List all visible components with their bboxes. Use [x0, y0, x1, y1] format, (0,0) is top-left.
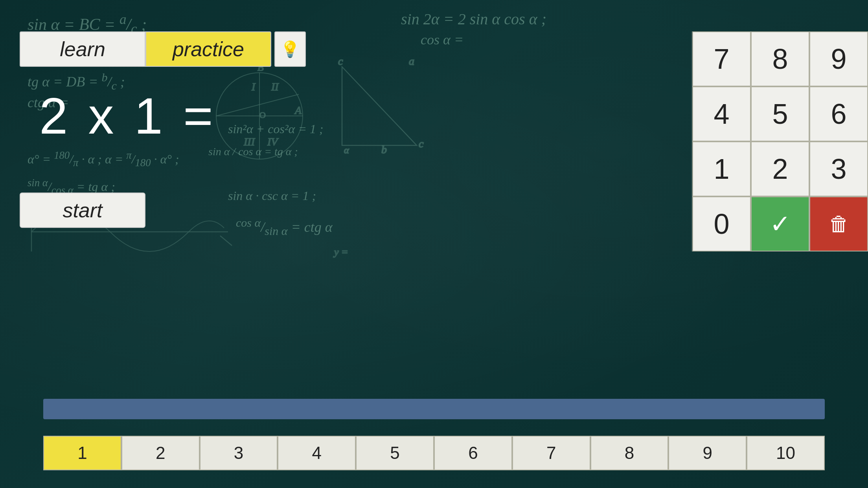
- numpad-5[interactable]: 5: [751, 86, 809, 141]
- tab-practice-label: practice: [173, 37, 244, 61]
- tab-learn-label: learn: [60, 37, 105, 61]
- number-row: 1 2 3 4 5 6 7 8 9 10: [43, 436, 825, 470]
- numpad-4[interactable]: 4: [692, 86, 751, 141]
- trash-icon: 🗑: [829, 212, 849, 236]
- number-row-item-4[interactable]: 4: [278, 436, 356, 470]
- number-row-item-9[interactable]: 9: [668, 436, 747, 470]
- hint-button[interactable]: 💡: [274, 31, 306, 67]
- number-row-item-8[interactable]: 8: [590, 436, 669, 470]
- start-button-label: start: [63, 198, 102, 222]
- number-row-item-10[interactable]: 10: [747, 436, 825, 470]
- numpad-delete[interactable]: 🗑: [809, 196, 868, 251]
- number-row-item-6[interactable]: 6: [434, 436, 512, 470]
- numpad-confirm[interactable]: ✓: [751, 196, 809, 251]
- equation-display: 2 x 1 =: [39, 86, 216, 145]
- numpad-6[interactable]: 6: [809, 86, 868, 141]
- tab-practice[interactable]: practice: [145, 31, 271, 67]
- numpad-3[interactable]: 3: [809, 141, 868, 196]
- tab-learn[interactable]: learn: [20, 31, 145, 67]
- number-row-item-3[interactable]: 3: [200, 436, 278, 470]
- top-bar: learn practice 💡: [20, 31, 306, 67]
- lightbulb-icon: 💡: [280, 40, 300, 59]
- equation-text: 2 x 1 =: [39, 87, 216, 145]
- number-row-item-7[interactable]: 7: [512, 436, 590, 470]
- numpad-1[interactable]: 1: [692, 141, 751, 196]
- numpad-7[interactable]: 7: [692, 31, 751, 86]
- start-button[interactable]: start: [20, 193, 145, 228]
- numpad-9[interactable]: 9: [809, 31, 868, 86]
- number-row-item-1[interactable]: 1: [43, 436, 121, 470]
- numpad-8[interactable]: 8: [751, 31, 809, 86]
- number-row-item-2[interactable]: 2: [121, 436, 200, 470]
- checkmark-icon: ✓: [770, 209, 791, 238]
- numpad-0[interactable]: 0: [692, 196, 751, 251]
- numpad: 7 8 9 4 5 6 1 2 3 0 ✓ 🗑: [691, 31, 868, 251]
- numpad-2[interactable]: 2: [751, 141, 809, 196]
- number-row-item-5[interactable]: 5: [356, 436, 434, 470]
- progress-bar: [43, 399, 825, 419]
